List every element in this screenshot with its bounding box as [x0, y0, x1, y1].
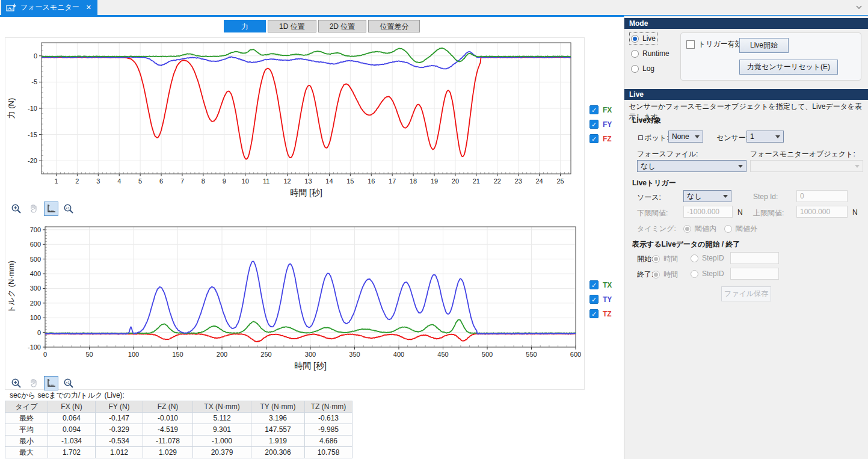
ty-checkbox[interactable]: ✓ — [589, 295, 599, 304]
fx-checkbox[interactable]: ✓ — [589, 105, 599, 114]
svg-text:4: 4 — [117, 177, 121, 185]
end-time-radio: 時間 — [652, 270, 678, 280]
fx-label: FX — [603, 106, 612, 114]
pan-hand-button[interactable] — [26, 202, 41, 216]
sensor-select[interactable]: 1 — [746, 131, 784, 143]
pan-hand-button[interactable] — [26, 376, 41, 390]
tab-force[interactable]: 力 — [224, 20, 266, 32]
svg-text:250: 250 — [260, 351, 271, 358]
svg-text:200: 200 — [217, 351, 227, 358]
svg-text:力 (N): 力 (N) — [7, 98, 16, 119]
tab-position-diff[interactable]: 位置差分 — [368, 20, 420, 32]
step-id-label: Step Id: — [753, 193, 778, 201]
stats-header: FX (N) — [48, 401, 96, 413]
table-row: 最終0.064-0.147-0.0105.1123.196-0.613 — [5, 413, 352, 424]
tz-checkbox[interactable]: ✓ — [589, 309, 599, 318]
force-legend: ✓FX ✓FY ✓FZ — [589, 105, 612, 143]
svg-text:400: 400 — [393, 351, 404, 358]
svg-text:-20: -20 — [28, 157, 37, 164]
live-start-button[interactable]: Live開始 — [739, 38, 789, 53]
sensor-label: センサー: — [716, 133, 748, 143]
svg-text:25: 25 — [556, 177, 564, 185]
svg-text:10: 10 — [242, 177, 249, 185]
robot-select[interactable]: None — [668, 131, 703, 143]
tab-close-icon[interactable]: ✕ — [86, 4, 91, 11]
source-select[interactable]: なし — [683, 190, 731, 202]
tx-label: TX — [603, 281, 612, 289]
timing-out-radio-icon — [724, 225, 732, 233]
fm-object-select — [750, 160, 863, 172]
svg-text:-5: -5 — [31, 78, 37, 85]
zoom-reset-button[interactable]: ×1 — [61, 376, 76, 390]
tab-overflow-chevron-icon[interactable] — [856, 2, 862, 11]
axis-scale-button[interactable] — [44, 376, 58, 390]
svg-text:500: 500 — [30, 256, 41, 263]
live-trigger-title: Liveトリガー — [632, 178, 676, 188]
stats-header: TX (N·mm) — [193, 401, 251, 413]
svg-text:600: 600 — [570, 351, 581, 358]
lower-unit-label: N — [737, 208, 743, 217]
svg-text:3: 3 — [96, 177, 100, 185]
fy-label: FY — [603, 120, 612, 129]
ty-label: TY — [603, 295, 612, 304]
svg-text:23: 23 — [515, 177, 522, 185]
mode-radio-log[interactable]: Log — [631, 64, 654, 73]
sensor-reset-button[interactable]: 力覚センサーリセット(E) — [739, 60, 838, 75]
torque-chart: 0501001502002503003504004505005506007006… — [5, 223, 584, 375]
force-monitor-icon — [6, 3, 16, 12]
lower-threshold-label: 下限閾値: — [637, 208, 668, 218]
upper-unit-label: N — [852, 208, 858, 217]
force-monitor-window: フォースモニター ✕ 力 1D 位置 2D 位置 位置差分 1234567891… — [0, 0, 868, 459]
force-file-select[interactable]: なし — [637, 160, 746, 172]
svg-text:19: 19 — [431, 177, 438, 185]
svg-text:17: 17 — [389, 177, 396, 185]
tab-1d-position[interactable]: 1D 位置 — [268, 20, 316, 32]
svg-text:トルク (N·mm): トルク (N·mm) — [7, 260, 16, 313]
svg-text:21: 21 — [473, 177, 480, 185]
svg-text:350: 350 — [349, 351, 360, 358]
robot-label: ロボット: — [637, 133, 668, 143]
svg-text:0: 0 — [34, 52, 37, 60]
zoom-in-button[interactable] — [9, 202, 23, 216]
svg-text:×1: ×1 — [66, 206, 70, 210]
fm-object-label: フォースモニターオブジェクト: — [750, 149, 855, 159]
svg-text:50: 50 — [85, 351, 93, 358]
tx-checkbox[interactable]: ✓ — [589, 280, 599, 289]
svg-text:550: 550 — [526, 351, 537, 358]
table-row: 最大1.7021.0121.02920.379200.30610.758 — [5, 447, 352, 458]
source-label: ソース: — [637, 193, 661, 203]
fy-checkbox[interactable]: ✓ — [589, 120, 599, 129]
force-monitor-tab[interactable]: フォースモニター ✕ — [1, 0, 97, 15]
force-file-label: フォースファイル: — [637, 149, 698, 159]
torque-legend: ✓TX ✓TY ✓TZ — [589, 280, 612, 318]
live-target-title: Live対象 — [632, 116, 661, 126]
upper-threshold-label: 上限閾値: — [753, 208, 784, 218]
svg-text:7: 7 — [180, 177, 184, 185]
lower-threshold-input: -1000.000 — [683, 206, 733, 218]
svg-text:6: 6 — [159, 177, 163, 185]
axis-scale-button[interactable] — [44, 202, 58, 216]
start-value-input — [730, 252, 779, 264]
mode-radio-live[interactable]: Live — [631, 34, 656, 43]
zoom-in-button[interactable] — [9, 376, 23, 390]
tab-2d-position[interactable]: 2D 位置 — [318, 20, 367, 32]
stats-header: タイプ — [5, 401, 48, 413]
svg-text:9: 9 — [223, 177, 226, 185]
fz-checkbox[interactable]: ✓ — [589, 134, 599, 143]
upper-threshold-input: 1000.000 — [796, 206, 848, 218]
svg-text:22: 22 — [494, 177, 501, 185]
svg-text:14: 14 — [325, 177, 333, 185]
svg-text:200: 200 — [30, 300, 41, 307]
svg-text:400: 400 — [30, 270, 41, 277]
svg-text:500: 500 — [482, 351, 493, 358]
trigger-enabled-checkbox[interactable]: トリガー有効 — [686, 39, 742, 49]
svg-text:8: 8 — [202, 177, 205, 185]
stats-header: FY (N) — [96, 401, 143, 413]
mode-radio-runtime[interactable]: Runtime — [631, 49, 669, 58]
svg-text:600: 600 — [30, 241, 41, 248]
live-description: センサーかフォースモニターオブジェクトを指定して、Liveデータを表示します。 — [629, 102, 866, 122]
zoom-reset-button[interactable]: ×1 — [61, 202, 76, 216]
stats-table: タイプFX (N)FY (N)FZ (N)TX (N·mm)TY (N·mm)T… — [5, 401, 352, 458]
svg-text:時間 [秒]: 時間 [秒] — [290, 188, 322, 197]
svg-text:150: 150 — [172, 351, 183, 358]
